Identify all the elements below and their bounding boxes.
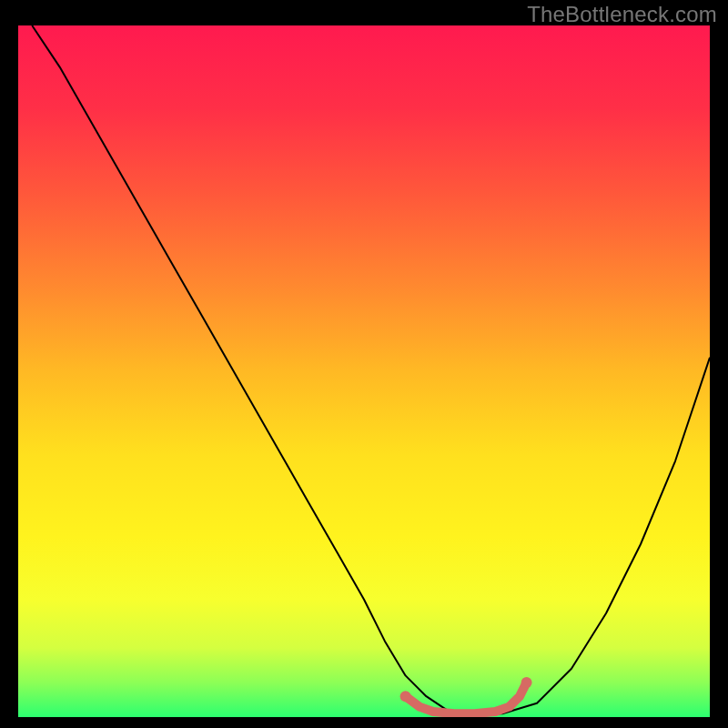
highlight-dot-right xyxy=(521,677,532,688)
plot-area xyxy=(18,25,710,717)
highlight-dot-left xyxy=(400,691,411,702)
curve-layer xyxy=(18,25,710,717)
series-bottleneck-curve xyxy=(32,25,710,713)
series-highlight-band xyxy=(406,682,527,713)
watermark-text: TheBottleneck.com xyxy=(527,2,717,27)
figure-root: TheBottleneck.com xyxy=(0,0,728,728)
